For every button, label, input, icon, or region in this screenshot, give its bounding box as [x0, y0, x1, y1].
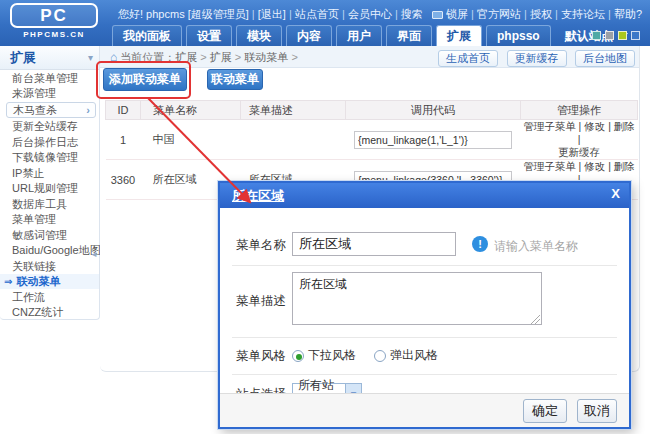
menu-style-label: 菜单风格	[236, 348, 286, 365]
dialog-title: 所在区域	[232, 188, 284, 203]
sidebar-item-db-tools[interactable]: 数据库工具	[0, 197, 99, 212]
col-header-ops: 管理操作	[521, 101, 638, 120]
breadcrumb-linkage-menu[interactable]: 联动菜单	[244, 51, 297, 63]
tab-modules[interactable]: 模块	[236, 25, 282, 46]
sidebar-item-admin-log[interactable]: 后台操作日志	[0, 135, 99, 150]
sidebar-item-related-links[interactable]: 关联链接	[0, 259, 99, 274]
edit-link[interactable]: 修改	[584, 160, 614, 172]
refresh-cache-button[interactable]: 更新缓存	[507, 50, 567, 67]
tab-extensions[interactable]: 扩展	[436, 25, 482, 46]
style-swatch-blue[interactable]	[631, 31, 640, 40]
sidebar-item-linkage-menu[interactable]: ⇒ 联动菜单	[0, 274, 99, 289]
col-header-name: 菜单名称	[141, 101, 241, 120]
logo-mark: PC	[10, 3, 98, 28]
topbar-help-links: 锁屏官方网站授权支持论坛帮助?	[432, 7, 642, 22]
sidebar-item-download-mirror[interactable]: 下载镜像管理	[0, 150, 99, 165]
style-swatch-green[interactable]	[618, 31, 627, 40]
quick-buttons: 生成首页 更新缓存 后台地图	[434, 48, 635, 67]
dialog-titlebar: 所在区域	[220, 183, 629, 208]
divider	[232, 374, 617, 375]
sidebar: 扩展 ▾ 前台菜单管理 来源管理 木马查杀 › 更新全站缓存 后台操作日志 下载…	[0, 46, 100, 320]
tab-my-panel[interactable]: 我的面板	[112, 25, 182, 46]
menu-desc-textarea[interactable]: 所在区域	[292, 272, 542, 325]
radio-popup-style[interactable]	[374, 350, 386, 362]
app-header: PC PHPCMS.CN 您好! phpcms [超级管理员][退出]站点首页会…	[0, 0, 650, 46]
cell-name: 中国	[141, 120, 241, 160]
sidebar-item-front-menu[interactable]: 前台菜单管理	[0, 71, 99, 86]
table-row: 1 中国 管理子菜单修改删除 更新缓存	[106, 120, 638, 160]
logo-domain: PHPCMS.CN	[10, 30, 98, 39]
tab-interface[interactable]: 界面	[386, 25, 432, 46]
menu-name-input[interactable]	[292, 232, 456, 256]
tab-phpsso[interactable]: phpsso	[486, 25, 551, 46]
dialog-footer: 确定 取消	[220, 393, 629, 427]
breadcrumb-extensions[interactable]: 扩展	[175, 51, 210, 63]
search-link[interactable]: 搜索	[401, 8, 423, 20]
sidebar-item-maps[interactable]: Baidu/Google地图	[0, 243, 99, 258]
support-forum-link[interactable]: 支持论坛	[561, 8, 614, 20]
sidebar-item-update-cache[interactable]: 更新全站缓存	[0, 119, 99, 134]
cell-code	[346, 120, 521, 160]
collapse-icon[interactable]: ▾	[88, 46, 93, 70]
generate-home-button[interactable]: 生成首页	[438, 50, 498, 67]
close-icon[interactable]: X	[611, 186, 620, 201]
manage-submenu-link[interactable]: 管理子菜单	[523, 120, 584, 132]
style-swatch-teal[interactable]	[592, 31, 601, 40]
phpcms-logo: PC PHPCMS.CN	[10, 3, 98, 39]
admin-map-button[interactable]: 后台地图	[575, 50, 635, 67]
lock-screen-link[interactable]: 锁屏	[446, 8, 477, 20]
sidebar-item-ip-ban[interactable]: IP禁止	[0, 166, 99, 181]
divider	[232, 337, 617, 338]
breadcrumb-extensions-2[interactable]: 扩展	[210, 51, 245, 63]
col-header-desc: 菜单描述	[241, 101, 346, 120]
divider	[232, 265, 617, 266]
sidebar-title-text: 扩展	[10, 50, 36, 65]
cell-desc	[241, 120, 346, 160]
add-linkage-menu-button[interactable]: 添加联动菜单	[103, 68, 187, 91]
logout-link[interactable]: [退出]	[258, 8, 295, 20]
manage-submenu-link[interactable]: 管理子菜单	[523, 160, 584, 172]
refresh-cache-link[interactable]: 更新缓存	[558, 146, 600, 158]
edit-link[interactable]: 修改	[584, 120, 614, 132]
sidebar-item-source-manage[interactable]: 来源管理	[0, 86, 99, 101]
cell-id: 1	[106, 120, 141, 160]
sidebar-item-cnzz[interactable]: CNZZ统计	[0, 305, 99, 320]
linkage-menu-tab-button[interactable]: 联动菜单	[207, 69, 263, 90]
help-link[interactable]: 帮助?	[614, 8, 642, 20]
site-home-link[interactable]: 站点首页	[295, 8, 348, 20]
style-swatch-gray[interactable]	[605, 31, 614, 40]
sidebar-item-label: 木马查杀	[13, 104, 57, 116]
popup-style-label: 弹出风格	[390, 347, 438, 364]
info-icon: !	[472, 236, 488, 252]
breadcrumb: ⌂当前位置：扩展扩展联动菜单	[110, 46, 298, 68]
greeting-text: 您好! phpcms [超级管理员]	[118, 8, 258, 20]
sidebar-item-sensitive-words[interactable]: 敏感词管理	[0, 228, 99, 243]
col-header-code: 调用代码	[346, 101, 521, 120]
call-code-input[interactable]	[354, 131, 512, 149]
menu-name-hint: 请输入菜单名称	[494, 238, 578, 255]
tab-settings[interactable]: 设置	[186, 25, 232, 46]
sidebar-collapse-handle[interactable]: ◄	[90, 250, 98, 259]
cell-id: 3360	[106, 160, 141, 200]
menu-style-options: 下拉风格 弹出风格	[292, 347, 438, 364]
sidebar-item-trojan-scan[interactable]: 木马查杀 ›	[6, 102, 96, 118]
sidebar-item-menu-manage[interactable]: 菜单管理	[0, 212, 99, 227]
home-icon: ⌂	[110, 50, 117, 64]
breadcrumb-prefix: 当前位置：	[120, 51, 175, 63]
official-site-link[interactable]: 官方网站	[477, 8, 530, 20]
cancel-button[interactable]: 取消	[577, 399, 617, 423]
menu-name-label: 菜单名称	[236, 237, 286, 254]
member-center-link[interactable]: 会员中心	[348, 8, 401, 20]
topbar-user-links: 您好! phpcms [超级管理员][退出]站点首页会员中心搜索	[118, 7, 423, 22]
license-link[interactable]: 授权	[530, 8, 561, 20]
radio-dropdown-style[interactable]	[292, 350, 304, 362]
chevron-right-icon: ›	[86, 103, 90, 117]
resize-grip-icon[interactable]	[531, 315, 540, 324]
ok-button[interactable]: 确定	[523, 399, 567, 423]
sidebar-item-label: 联动菜单	[16, 275, 60, 287]
table-header-row: ID 菜单名称 菜单描述 调用代码 管理操作	[106, 101, 638, 120]
tab-content[interactable]: 内容	[286, 25, 332, 46]
sidebar-item-url-rules[interactable]: URL规则管理	[0, 181, 99, 196]
tab-users[interactable]: 用户	[336, 25, 382, 46]
sidebar-item-workflow[interactable]: 工作流	[0, 290, 99, 305]
